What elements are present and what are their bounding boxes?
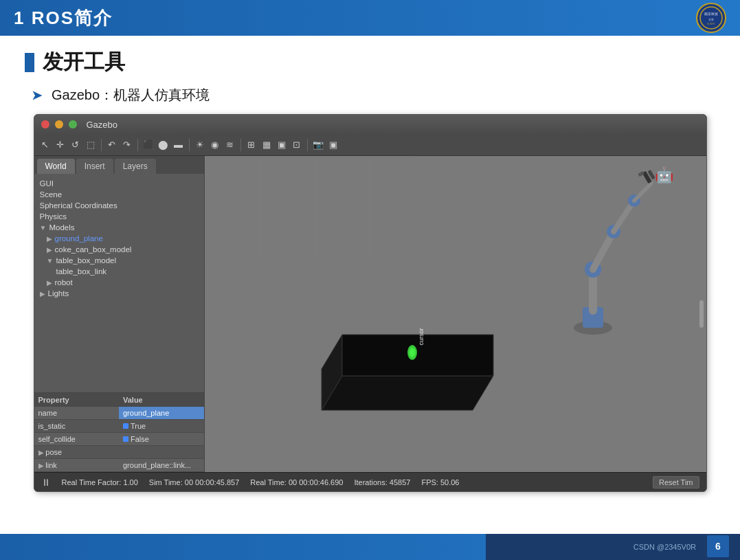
toolbar-separator-5 <box>307 139 308 151</box>
props-header: Property Value <box>34 393 204 407</box>
prop-name-label: name <box>34 407 120 419</box>
wireframe-icon[interactable]: ▦ <box>260 138 273 152</box>
redo-icon[interactable]: ↷ <box>120 138 134 152</box>
status-bar: ⏸ Real Time Factor: 1.00 Sim Time: 00 00… <box>34 472 706 491</box>
prop-collide-label: self_collide <box>34 433 120 445</box>
tree-item-robot-label: robot <box>55 278 73 287</box>
black-box-svg <box>301 321 514 424</box>
cylinder-icon[interactable]: ▬ <box>172 138 186 152</box>
window-maximize-button[interactable] <box>69 120 77 128</box>
tab-layers[interactable]: Layers <box>115 159 156 174</box>
box-icon[interactable]: ⬛ <box>142 138 155 152</box>
tree-item-coke-label: coke_can_box_model <box>55 245 132 254</box>
rotate-icon[interactable]: ↺ <box>69 138 82 152</box>
prop-link-label: ▶ link <box>34 459 120 471</box>
window-titlebar: Gazebo <box>34 115 706 134</box>
tree-item-coke[interactable]: ▶ coke_can_box_model <box>37 244 201 255</box>
record-icon[interactable]: ▣ <box>326 138 340 152</box>
svg-text:🤖: 🤖 <box>655 166 674 184</box>
tab-world[interactable]: World <box>37 159 75 174</box>
tree-item-physics-label: Physics <box>40 212 67 221</box>
section-title-icon <box>25 53 34 72</box>
screenshot-icon[interactable]: 📷 <box>311 138 325 152</box>
toolbar-separator-1 <box>101 139 102 151</box>
tree-item-table-link[interactable]: table_box_link <box>37 266 201 277</box>
tree-panel: GUI Scene Spherical Coordinates Physics … <box>34 174 204 392</box>
panel-tabs: World Insert Layers <box>34 156 204 174</box>
link-text: link <box>45 461 57 469</box>
sim-time: Sim Time: 00 00:00:45.857 <box>149 478 240 486</box>
header-title: 1 ROS简介 <box>14 6 113 30</box>
ground-plane-arrow: ▶ <box>47 235 52 243</box>
tree-item-models-label: Models <box>49 223 74 232</box>
reset-timer-button[interactable]: Reset Tim <box>653 476 699 489</box>
models-arrow: ▼ <box>40 224 47 232</box>
toolbar-separator-2 <box>137 139 138 151</box>
main-content: 发开工具 ➤ Gazebo：机器人仿真环境 Gazebo ↖ ✛ ↺ ⬚ ↶ ↷… <box>0 36 740 492</box>
prop-collide-value: False <box>119 433 204 445</box>
tree-item-ground-plane[interactable]: ▶ ground_plane <box>37 233 201 244</box>
tree-item-spherical-label: Spherical Coordinates <box>40 201 117 210</box>
black-box-3d: cursor <box>301 321 514 424</box>
point-light-icon[interactable]: ◉ <box>208 138 222 152</box>
robot-arm: 🤖 <box>486 163 679 369</box>
prop-static-value: True <box>119 420 204 432</box>
prop-row-link: ▶ link ground_plane::link... <box>34 459 204 472</box>
static-dot <box>123 423 128 429</box>
watermark-text: CSDN @2345V0R <box>634 543 696 551</box>
tree-item-scene-label: Scene <box>40 190 63 199</box>
lights-arrow: ▶ <box>40 290 45 298</box>
pause-button[interactable]: ⏸ <box>41 477 51 488</box>
footer-right: CSDN @2345V0R 6 <box>486 534 740 560</box>
sphere-icon[interactable]: ⬤ <box>157 138 170 152</box>
svg-text:大学: 大学 <box>708 18 714 21</box>
tree-item-gui-label: GUI <box>40 179 54 188</box>
joint-icon[interactable]: ⊡ <box>290 138 304 152</box>
svg-line-15 <box>634 183 651 201</box>
tree-item-gui[interactable]: GUI <box>37 178 201 189</box>
undo-icon[interactable]: ↶ <box>105 138 119 152</box>
real-time-factor: Real Time Factor: 1.00 <box>62 478 138 486</box>
tree-item-physics[interactable]: Physics <box>37 211 201 222</box>
scale-icon[interactable]: ⬚ <box>84 138 98 152</box>
grid-overlay <box>205 156 411 259</box>
3d-viewport[interactable]: 🤖 cursor <box>205 156 706 472</box>
tree-item-ground-plane-label: ground_plane <box>55 234 103 243</box>
pose-arrow: ▶ <box>38 449 46 456</box>
prop-row-pose: ▶ pose <box>34 446 204 459</box>
svg-text:南京科技: 南京科技 <box>704 12 718 16</box>
tree-item-table[interactable]: ▼ table_box_model <box>37 255 201 266</box>
sun-icon[interactable]: ☀ <box>193 138 207 152</box>
tree-item-lights[interactable]: ▶ Lights <box>37 288 201 299</box>
spot-light-icon[interactable]: ≋ <box>223 138 237 152</box>
section-title-text: 发开工具 <box>43 48 125 76</box>
tree-item-robot[interactable]: ▶ robot <box>37 277 201 288</box>
window-title: Gazebo <box>87 120 118 130</box>
select-tool-icon[interactable]: ↖ <box>38 138 52 152</box>
top-header: 1 ROS简介 南京科技 大学 NJUST <box>0 0 740 36</box>
prop-link-value: ground_plane::link... <box>119 459 204 471</box>
window-body: World Insert Layers GUI Scene Spherical … <box>34 156 706 472</box>
collision-icon[interactable]: ▣ <box>275 138 289 152</box>
collide-dot <box>123 436 128 442</box>
svg-text:NJUST: NJUST <box>707 23 715 25</box>
prop-col-value: Value <box>119 393 204 407</box>
subtitle-line: ➤ Gazebo：机器人仿真环境 <box>25 86 715 104</box>
translate-icon[interactable]: ✛ <box>54 138 67 152</box>
tab-insert[interactable]: Insert <box>76 159 113 174</box>
properties-panel: Property Value name ground_plane is_stat… <box>34 392 204 472</box>
viewport-scrollbar[interactable] <box>699 300 704 328</box>
table-arrow: ▼ <box>47 257 54 265</box>
tree-item-scene[interactable]: Scene <box>37 189 201 200</box>
grid-icon[interactable]: ⊞ <box>245 138 258 152</box>
window-minimize-button[interactable] <box>55 120 63 128</box>
tree-item-spherical[interactable]: Spherical Coordinates <box>37 200 201 211</box>
collide-text: False <box>131 435 149 443</box>
window-close-button[interactable] <box>41 120 49 128</box>
prop-pose-label: ▶ pose <box>34 446 120 458</box>
pose-text: pose <box>45 448 62 456</box>
robot-arrow: ▶ <box>47 279 52 287</box>
green-indicator-dot <box>407 345 417 360</box>
tree-item-models[interactable]: ▼ Models <box>37 222 201 233</box>
tree-item-table-label: table_box_model <box>56 256 116 265</box>
